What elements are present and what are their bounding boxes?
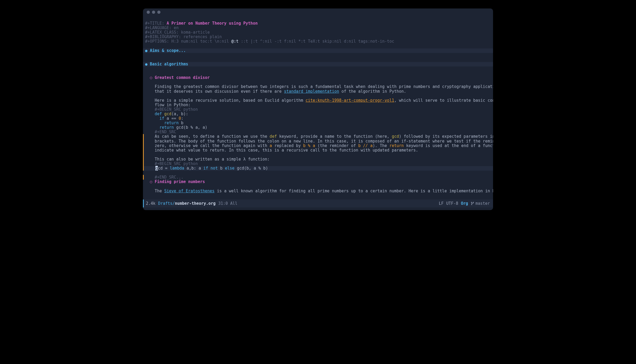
code: (a, b): <box>171 112 188 116</box>
buffer-dir: Drafts/ <box>158 201 175 206</box>
text-cursor: g <box>155 166 158 171</box>
link[interactable]: Sieve of Eratosthenes <box>164 189 215 193</box>
expr: b % a <box>303 143 315 148</box>
titlebar <box>143 8 493 16</box>
body-text: brackets. The body of the function follo… <box>155 139 493 144</box>
var-a: a <box>270 143 272 148</box>
body-text: Here is a simple recursive solution, bas… <box>155 98 306 103</box>
keyword-else: else <box>225 166 234 171</box>
cursor-location: 31:0 All <box>218 201 237 206</box>
encoding: UTF-8 <box>446 201 458 206</box>
keyword-return: return <box>155 121 178 125</box>
code: : <box>181 116 183 121</box>
heading-bullet-icon: ○ <box>150 179 152 184</box>
major-mode[interactable]: Org <box>461 201 468 206</box>
code: cd = <box>158 166 170 171</box>
heading-level-1[interactable]: Basic algorithms <box>150 62 188 66</box>
src-block-begin: #+BEGIN_SRC python <box>155 161 198 166</box>
keyword-if: if <box>203 166 208 171</box>
keyword-lambda: lambda <box>170 166 184 171</box>
code: b <box>178 121 183 125</box>
src-block-end: #+END_SRC... <box>155 175 183 180</box>
code: a == <box>164 116 178 121</box>
body-text: ). The <box>373 143 389 148</box>
function-name: gcd <box>162 112 171 116</box>
link[interactable]: standard implementation <box>284 89 339 94</box>
org-option-at: @:t <box>231 39 238 44</box>
body-text: of the algorithm in Python. <box>339 89 406 94</box>
body-text: The <box>155 189 164 193</box>
branch-name: master <box>476 201 490 206</box>
body-text: Finding the greatest common divisor betw… <box>155 84 493 89</box>
body-text: indicate what value to return. In this c… <box>155 148 418 153</box>
heading-bullet-icon: ● <box>145 62 147 66</box>
body-text: keyword is used at the end of a function… <box>404 143 493 148</box>
src-block-begin: #+BEGIN_SRC python <box>155 107 198 112</box>
body-text: flow in Python: <box>155 103 190 107</box>
buffer-size: 2.4k <box>146 201 155 206</box>
body-text: (the reminder of <box>315 143 358 148</box>
code: b <box>218 166 225 171</box>
org-keyword: #+TITLE: <box>145 21 167 26</box>
keyword-return: return <box>155 125 174 130</box>
code: a,b: a <box>184 166 203 171</box>
body-text: , which will serve to illustrate basic c… <box>394 98 493 103</box>
keyword-def: def <box>270 134 277 139</box>
src-block-end: #+END_SRC <box>155 130 176 134</box>
org-options-pre: #+OPTIONS: H:3 num:nil toc:t \n:nil <box>145 39 231 44</box>
code: gcd(b % a, a) <box>174 125 207 130</box>
buffer-file: number-theory.org <box>175 201 216 206</box>
git-branch-icon <box>471 202 474 205</box>
heading-level-1[interactable]: Aims & scope... <box>150 48 186 53</box>
editor-window: #+TITLE: A Primer on Number Theory using… <box>143 8 493 210</box>
text-buffer[interactable]: #+TITLE: A Primer on Number Theory using… <box>143 16 493 198</box>
body-text: zero, otherwise we call the function aga… <box>155 143 269 148</box>
zoom-icon[interactable] <box>157 11 160 14</box>
keyword-not: not <box>211 166 218 171</box>
org-keyword: #+LANGUAGE: en <box>145 25 178 30</box>
code: gcd(b, a % b) <box>234 166 268 171</box>
keyword-return: return <box>389 143 404 148</box>
doc-title: A Primer on Number Theory using Python <box>167 21 258 26</box>
vcs-branch[interactable]: master <box>471 201 490 206</box>
function-name: gcd <box>392 134 399 139</box>
citation-link[interactable]: cite:knuth-1998-art-comput-progr-vol1 <box>306 98 394 103</box>
close-icon[interactable] <box>147 11 150 14</box>
body-text: is a well known algorithm for finding al… <box>215 189 493 193</box>
body-text: As can be seen, to define a function we … <box>155 134 269 139</box>
body-text: ) followed by its expected parameters in… <box>399 134 493 139</box>
keyword-if: if <box>155 116 164 121</box>
heading-level-2[interactable]: Finding prime numbers <box>155 179 205 184</box>
line-ending: LF <box>439 201 444 206</box>
org-keyword: #+BIBLIOGRAPHY: references plain <box>145 34 222 39</box>
heading-bullet-icon: ○ <box>150 75 152 80</box>
code <box>208 166 211 171</box>
heading-level-2[interactable]: Greatest common divisor <box>155 75 210 80</box>
body-text: replaced by <box>272 143 303 148</box>
body-text: keyword, provide a name to the function … <box>277 134 392 139</box>
heading-bullet-icon: ● <box>145 48 147 53</box>
org-keyword: #+LATEX_CLASS: koma-article <box>145 30 210 35</box>
expr: b // a <box>358 143 373 148</box>
org-options-post: ::t |:t ^:nil -:t f:nil *:t TeX:t skip:n… <box>238 39 394 44</box>
body-text: This can also be written as a simple λ f… <box>155 157 269 162</box>
modeline: 2.4k Drafts/number-theory.org 31:0 All L… <box>143 199 493 207</box>
body-text: that it deserves its own discussion even… <box>155 89 284 94</box>
keyword-def: def <box>155 112 162 116</box>
minimize-icon[interactable] <box>152 11 155 14</box>
